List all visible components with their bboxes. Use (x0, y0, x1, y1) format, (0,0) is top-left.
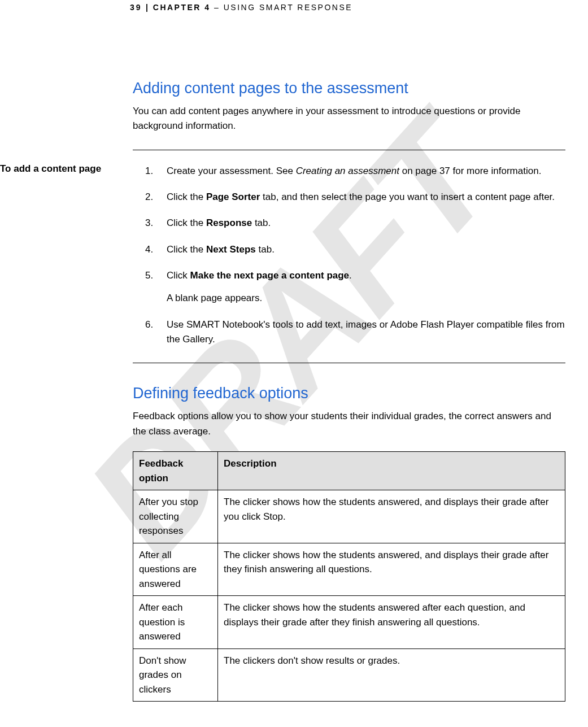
table-header-description: Description (218, 452, 565, 490)
step-text: tab. (252, 217, 271, 228)
section-body-feedback-options: Feedback options allow you to show your … (133, 409, 565, 439)
table-cell-option: After each question is answered (133, 596, 218, 649)
step-1: 1. Create your assessment. See Creating … (167, 164, 565, 179)
table-row: After all questions are answered The cli… (133, 543, 565, 596)
divider (133, 150, 565, 150)
step-subtext: A blank page appears. (167, 291, 565, 306)
steps-list: 1. Create your assessment. See Creating … (133, 164, 565, 347)
step-text: Click the (167, 191, 206, 202)
step-number: 5. (145, 268, 153, 283)
step-text: on page 37 for more information. (399, 166, 541, 176)
section-body-adding-content: You can add content pages anywhere in yo… (133, 104, 565, 134)
table-row: After each question is answered The clic… (133, 596, 565, 649)
table-cell-description: The clicker shows how the students answe… (218, 543, 565, 596)
step-text: Click the (167, 217, 206, 228)
step-6: 6. Use SMART Notebook's tools to add tex… (167, 317, 565, 347)
table-cell-description: The clicker shows how the students answe… (218, 596, 565, 649)
page-number: 39 (130, 3, 142, 12)
step-number: 1. (145, 164, 153, 179)
step-number: 3. (145, 216, 153, 230)
chapter-label: CHAPTER 4 (153, 3, 211, 12)
table-cell-option: After you stop collecting responses (133, 490, 218, 543)
step-4: 4. Click the Next Steps tab. (167, 242, 565, 257)
table-row: Don't show grades on clickers The clicke… (133, 648, 565, 702)
section-heading-feedback-options: Defining feedback options (133, 385, 565, 402)
step-number: 4. (145, 242, 153, 257)
step-text: Create your assessment. See (167, 166, 296, 176)
step-text: . (349, 270, 352, 281)
sidebar-procedure-label: To add a content page (0, 163, 116, 175)
step-text: Click (167, 270, 190, 281)
table-cell-option: Don't show grades on clickers (133, 648, 218, 702)
step-text: tab. (256, 244, 275, 255)
feedback-options-table: Feedback option Description After you st… (133, 451, 565, 702)
step-text: tab, and then select the page you want t… (260, 191, 555, 202)
step-text: Use SMART Notebook's tools to add text, … (167, 319, 565, 345)
step-text-bold: Next Steps (206, 244, 256, 255)
step-2: 2. Click the Page Sorter tab, and then s… (167, 190, 565, 204)
step-text-italic: Creating an assessment (296, 166, 399, 176)
divider (133, 363, 565, 363)
table-cell-option: After all questions are answered (133, 543, 218, 596)
table-cell-description: The clicker shows how the students answe… (218, 490, 565, 543)
step-text: Click the (167, 244, 206, 255)
page-header: 39 | CHAPTER 4 – USING SMART RESPONSE (0, 0, 588, 12)
step-text-bold: Page Sorter (206, 191, 260, 202)
table-header-option: Feedback option (133, 452, 218, 490)
section-heading-adding-content: Adding content pages to the assessment (133, 80, 565, 97)
step-number: 6. (145, 317, 153, 332)
step-text-bold: Make the next page a content page (190, 270, 350, 281)
chapter-title: – USING SMART RESPONSE (211, 3, 352, 12)
table-row: After you stop collecting responses The … (133, 490, 565, 543)
step-3: 3. Click the Response tab. (167, 216, 565, 230)
header-separator: | (142, 3, 153, 12)
step-text-bold: Response (206, 217, 252, 228)
step-5: 5. Click Make the next page a content pa… (167, 268, 565, 306)
table-cell-description: The clickers don't show results or grade… (218, 648, 565, 702)
step-number: 2. (145, 190, 153, 204)
